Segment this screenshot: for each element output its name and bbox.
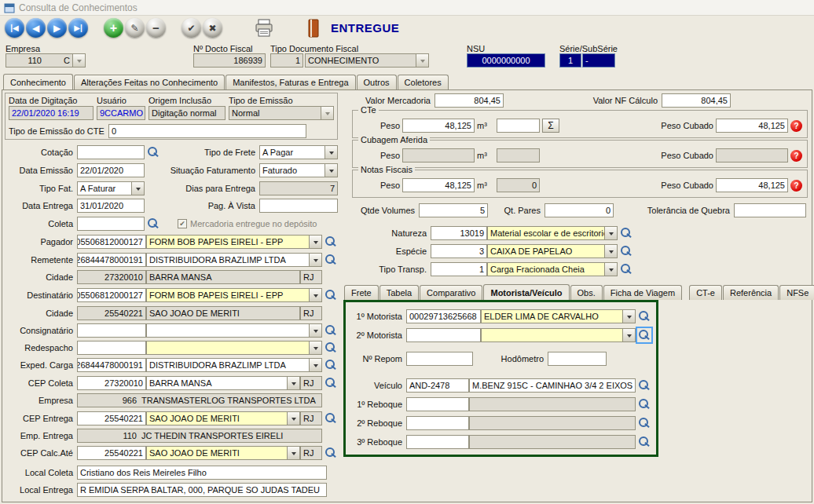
cte-m3-input[interactable]	[497, 119, 540, 133]
tab-manifestos[interactable]: Manifestos, Faturas e Entrega	[226, 75, 355, 89]
especie-search-icon[interactable]	[619, 244, 633, 258]
tab-frete[interactable]: Frete	[344, 285, 379, 300]
reboque3-search-icon[interactable]	[637, 435, 651, 449]
valor-nf-input[interactable]: 804,45	[662, 93, 731, 108]
hodometro-input[interactable]	[548, 352, 607, 366]
motorista2-search-icon[interactable]	[637, 328, 651, 342]
pagador-search-icon[interactable]	[324, 235, 338, 249]
cep-entrega-search-icon[interactable]	[324, 411, 338, 425]
natureza-code-input[interactable]: 13019	[431, 226, 487, 240]
destinatario-code-input[interactable]: 05506812000127	[77, 288, 146, 302]
cep-calc-combo[interactable]: SAO JOAO DE MERITI	[146, 446, 300, 460]
especie-code-input[interactable]: 3	[431, 244, 487, 258]
cubagem-help-icon[interactable]: ?	[790, 150, 802, 162]
consignatario-code-input[interactable]	[77, 323, 146, 338]
tipo-emissao-cte-field[interactable]: 0	[108, 124, 306, 138]
tipo-transp-code-input[interactable]: 1	[431, 262, 487, 276]
cep-entrega-combo[interactable]: SAO JOAO DE MERITI	[146, 411, 300, 425]
tolerancia-input[interactable]	[734, 203, 806, 217]
motorista1-combo[interactable]: ELDER LIMA DE CARVALHO	[481, 309, 636, 323]
cep-coleta-code-input[interactable]: 27320010	[77, 376, 146, 390]
motorista1-code-input[interactable]: 00029713625668	[406, 309, 481, 323]
nav-next-button[interactable]: ▶	[47, 18, 67, 38]
local-entrega-input[interactable]: R EMIDIA SERPA BALTAR, 000, PARQUE SO JU…	[77, 483, 327, 497]
cep-entrega-code-input[interactable]: 25540221	[77, 411, 146, 425]
redespacho-search-icon[interactable]	[324, 341, 338, 355]
tab-motorista-veiculo[interactable]: Motorista/Veículo	[483, 284, 569, 300]
tipo-fat-combo[interactable]: A Faturar	[77, 181, 145, 195]
edit-button[interactable]: ✎	[125, 18, 145, 38]
qt-pares-input[interactable]: 0	[544, 203, 614, 217]
local-coleta-input[interactable]: Cristiano dos Reis Meireles Filho	[77, 466, 327, 480]
reboque2-search-icon[interactable]	[637, 416, 651, 430]
natureza-search-icon[interactable]	[619, 226, 633, 240]
destinatario-combo[interactable]: FORM BOB PAPEIS EIRELI - EPP	[146, 288, 322, 302]
tab-obs[interactable]: Obs.	[570, 285, 603, 300]
redespacho-combo[interactable]	[146, 341, 322, 355]
nav-first-button[interactable]: |◀	[5, 18, 24, 38]
tab-ficha-viagem[interactable]: Ficha de Viagem	[603, 285, 682, 300]
natureza-combo[interactable]: Material escolar e de escritorio	[487, 226, 618, 240]
cte-peso-cubado-input[interactable]: 48,125	[716, 119, 788, 133]
tab-nfse[interactable]: NFSe	[779, 285, 814, 300]
qtde-volumes-input[interactable]: 5	[419, 203, 488, 217]
valor-mercadoria-input[interactable]: 804,45	[434, 93, 504, 108]
redespacho-code-input[interactable]	[77, 341, 146, 355]
tab-alteracoes[interactable]: Alterações Feitas no Conhecimento	[74, 75, 225, 89]
book-icon[interactable]	[307, 19, 320, 38]
destinatario-search-icon[interactable]	[324, 288, 338, 302]
cep-calc-code-input[interactable]: 25540221	[77, 446, 146, 460]
cep-coleta-search-icon[interactable]	[324, 376, 338, 390]
exped-carga-search-icon[interactable]	[324, 358, 338, 372]
reboque3-plate-input[interactable]	[406, 435, 469, 449]
reboque2-plate-input[interactable]	[406, 416, 469, 430]
tab-referencia[interactable]: Referência	[723, 285, 779, 300]
repom-input[interactable]	[406, 352, 473, 366]
cep-coleta-combo[interactable]: BARRA MANSA	[146, 376, 300, 390]
especie-combo[interactable]: CAIXA DE PAPELAO	[487, 244, 618, 258]
tab-cte[interactable]: CT-e	[689, 285, 722, 300]
reboque1-search-icon[interactable]	[637, 397, 651, 411]
pagador-code-input[interactable]: 05506812000127	[77, 235, 146, 249]
pag-vista-input[interactable]	[259, 199, 338, 213]
reboque1-plate-input[interactable]	[406, 397, 469, 411]
data-emissao-input[interactable]: 22/01/2020	[77, 163, 145, 177]
motorista2-code-input[interactable]	[406, 328, 481, 342]
tipo-transp-combo[interactable]: Carga Fracionada Cheia	[487, 262, 618, 276]
cotacao-input[interactable]	[77, 145, 145, 159]
cte-peso-input[interactable]: 48,125	[402, 119, 475, 133]
tipo-transp-search-icon[interactable]	[619, 262, 633, 276]
notas-help-icon[interactable]: ?	[790, 180, 802, 192]
coleta-search-icon[interactable]	[146, 217, 160, 231]
consignatario-combo[interactable]	[146, 323, 322, 338]
exped-carga-combo[interactable]: DISTRIBUIDORA BRAZLIMP LTDA	[146, 358, 322, 372]
remetente-combo[interactable]: DISTRIBUIDORA BRAZLIMP LTDA	[146, 253, 322, 267]
consignatario-search-icon[interactable]	[324, 323, 338, 338]
tab-comparativo[interactable]: Comparativo	[420, 285, 482, 300]
tab-conhecimento[interactable]: Conhecimento	[3, 74, 73, 89]
cancel-button[interactable]: ✖	[203, 18, 222, 38]
cotacao-search-icon[interactable]	[146, 145, 160, 159]
cep-calc-search-icon[interactable]	[324, 446, 338, 460]
exped-carga-code-input[interactable]: 26844478000191	[77, 358, 146, 372]
motorista1-search-icon[interactable]	[637, 309, 651, 323]
nav-prev-button[interactable]: ◀	[26, 18, 46, 38]
confirm-button[interactable]: ✔	[182, 18, 201, 38]
remetente-code-input[interactable]: 26844478000191	[77, 253, 146, 267]
nav-last-button[interactable]: ▶|	[68, 18, 88, 38]
data-entrega-input[interactable]: 31/01/2020	[77, 199, 145, 213]
motorista2-combo[interactable]	[481, 328, 636, 342]
tab-tabela[interactable]: Tabela	[380, 285, 419, 300]
situacao-faturamento-combo[interactable]: Faturado	[259, 163, 338, 177]
cte-help-icon[interactable]: ?	[790, 120, 802, 132]
coleta-input[interactable]	[77, 217, 145, 231]
pagador-combo[interactable]: FORM BOB PAPEIS EIRELI - EPP	[146, 235, 322, 249]
add-button[interactable]: +	[104, 18, 123, 38]
tab-coletores[interactable]: Coletores	[398, 75, 449, 89]
veiculo-search-icon[interactable]	[637, 378, 651, 393]
remetente-search-icon[interactable]	[324, 253, 338, 267]
mercadoria-deposito-checkbox[interactable]	[178, 219, 187, 228]
veiculo-plate-input[interactable]: AND-2478	[406, 378, 469, 393]
print-icon[interactable]	[254, 19, 274, 38]
delete-button[interactable]: −	[146, 18, 166, 38]
